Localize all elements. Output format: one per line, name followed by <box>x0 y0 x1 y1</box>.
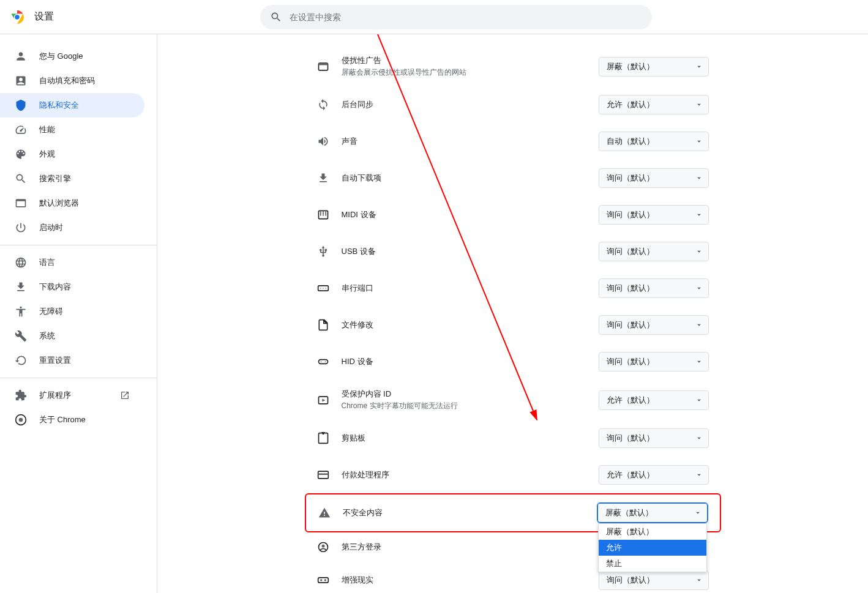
setting-row-file: 文件修改询问（默认） <box>305 307 721 343</box>
setting-dropdown[interactable]: 询问（默认） <box>599 315 709 335</box>
setting-dropdown[interactable]: 询问（默认） <box>599 168 709 188</box>
dropdown-option[interactable]: 禁止 <box>599 556 706 572</box>
sidebar-item-reset[interactable]: 重置设置 <box>0 348 144 373</box>
page-title: 设置 <box>34 10 54 23</box>
setting-row-serial: 串行端口询问（默认） <box>305 270 721 307</box>
sidebar-item-search[interactable]: 搜索引擎 <box>0 166 144 191</box>
setting-title: 后台同步 <box>342 99 586 110</box>
setting-title: 不安全内容 <box>343 507 585 518</box>
setting-dropdown[interactable]: 允许（默认） <box>599 465 709 485</box>
sound-icon <box>317 135 329 147</box>
browser-icon <box>15 197 27 209</box>
sidebar-item-speed[interactable]: 性能 <box>0 117 144 142</box>
setting-dropdown[interactable]: 询问（默认） <box>599 570 709 590</box>
sidebar-item-label: 关于 Chrome <box>39 414 86 425</box>
search-box[interactable] <box>260 5 652 29</box>
svg-point-32 <box>15 14 20 20</box>
download-icon <box>317 172 329 184</box>
chevron-down-icon <box>695 137 703 146</box>
login-icon <box>317 541 329 553</box>
chevron-down-icon <box>695 100 703 109</box>
hid-icon <box>317 356 329 368</box>
setting-row-payment: 付款处理程序允许（默认） <box>305 457 721 493</box>
sidebar-item-label: 您与 Google <box>39 51 83 62</box>
sidebar-item-label: 搜索引擎 <box>39 173 71 184</box>
speed-icon <box>15 124 27 136</box>
dropdown-option[interactable]: 允许 <box>599 540 706 556</box>
setting-dropdown[interactable]: 屏蔽（默认）屏蔽（默认）允许禁止 <box>597 503 708 523</box>
sidebar-item-globe[interactable]: 语言 <box>0 250 144 275</box>
ads-icon <box>317 61 329 73</box>
setting-text: 串行端口 <box>342 283 586 294</box>
shield-icon <box>15 99 27 111</box>
setting-text: 剪贴板 <box>342 433 586 444</box>
setting-text: 付款处理程序 <box>342 469 586 480</box>
setting-row-sync: 后台同步允许（默认） <box>305 86 721 123</box>
dropdown-value: 询问（默认） <box>607 575 654 586</box>
person-icon <box>15 50 27 62</box>
sidebar-item-person[interactable]: 您与 Google <box>0 44 144 69</box>
setting-title: 付款处理程序 <box>342 469 586 480</box>
sidebar-item-extension[interactable]: 扩展程序 <box>0 383 144 408</box>
sidebar-item-accessibility[interactable]: 无障碍 <box>0 299 144 324</box>
setting-title: USB 设备 <box>342 246 586 257</box>
dropdown-value: 询问（默认） <box>607 173 654 184</box>
setting-title: 增强现实 <box>342 575 586 586</box>
sidebar-item-wrench[interactable]: 系统 <box>0 324 144 348</box>
sidebar-item-label: 默认浏览器 <box>39 198 79 209</box>
dropdown-value: 询问（默认） <box>607 209 654 220</box>
setting-row-sound: 声音自动（默认） <box>305 123 721 160</box>
chevron-down-icon <box>695 174 703 182</box>
setting-dropdown[interactable]: 允许（默认） <box>599 95 709 114</box>
chrome-logo-icon <box>10 10 24 24</box>
search-input[interactable] <box>290 12 642 22</box>
autofill-icon <box>15 75 27 87</box>
setting-dropdown[interactable]: 询问（默认） <box>599 242 709 261</box>
sidebar-item-browser[interactable]: 默认浏览器 <box>0 191 144 215</box>
setting-dropdown[interactable]: 询问（默认） <box>599 205 709 225</box>
dropdown-value: 询问（默认） <box>607 433 654 444</box>
sidebar-item-autofill[interactable]: 自动填充和密码 <box>0 69 144 93</box>
dropdown-value: 屏蔽（默认） <box>605 507 653 518</box>
sidebar-item-label: 自动填充和密码 <box>39 75 95 86</box>
midi-icon <box>317 209 329 221</box>
chrome-icon <box>15 414 27 426</box>
payment-icon <box>317 469 329 481</box>
sidebar: 您与 Google自动填充和密码隐私和安全性能外观搜索引擎默认浏览器启动时语言下… <box>0 34 157 593</box>
dropdown-value: 屏蔽（默认） <box>607 61 654 72</box>
accessibility-icon <box>15 305 27 318</box>
download-icon <box>15 281 27 293</box>
setting-dropdown[interactable]: 询问（默认） <box>599 352 709 371</box>
setting-dropdown[interactable]: 询问（默认） <box>599 428 709 448</box>
setting-dropdown[interactable]: 自动（默认） <box>599 132 709 151</box>
chevron-down-icon <box>695 211 703 219</box>
reset-icon <box>15 354 27 367</box>
clipboard-icon <box>317 432 329 444</box>
setting-dropdown[interactable]: 允许（默认） <box>599 390 709 410</box>
dropdown-value: 询问（默认） <box>607 319 654 330</box>
dropdown-value: 询问（默认） <box>607 283 654 294</box>
protected-icon <box>317 394 329 406</box>
sidebar-item-palette[interactable]: 外观 <box>0 142 144 166</box>
sidebar-item-label: 语言 <box>39 257 55 268</box>
setting-text: 不安全内容 <box>343 507 585 518</box>
setting-title: 串行端口 <box>342 283 586 294</box>
dropdown-menu: 屏蔽（默认）允许禁止 <box>598 523 707 572</box>
chevron-down-icon <box>695 576 703 584</box>
setting-text: 受保护内容 IDChrome 实时字幕功能可能无法运行 <box>342 389 586 411</box>
sidebar-item-download[interactable]: 下载内容 <box>0 275 144 299</box>
serial-icon <box>317 282 329 294</box>
sidebar-item-power[interactable]: 启动时 <box>0 215 144 240</box>
setting-dropdown[interactable]: 询问（默认） <box>599 278 709 298</box>
sidebar-item-label: 隐私和安全 <box>39 100 79 111</box>
dropdown-value: 允许（默认） <box>607 395 654 406</box>
chevron-down-icon <box>694 509 702 517</box>
search-icon <box>15 173 27 185</box>
sidebar-item-chrome[interactable]: 关于 Chrome <box>0 408 144 432</box>
open-external-icon <box>120 390 130 400</box>
dropdown-option[interactable]: 屏蔽（默认） <box>599 524 706 540</box>
setting-dropdown[interactable]: 屏蔽（默认） <box>599 57 709 76</box>
wrench-icon <box>15 330 27 342</box>
setting-text: 侵扰性广告屏蔽会展示侵抗性或误导性广告的网站 <box>342 55 586 78</box>
sidebar-item-shield[interactable]: 隐私和安全 <box>0 93 144 117</box>
